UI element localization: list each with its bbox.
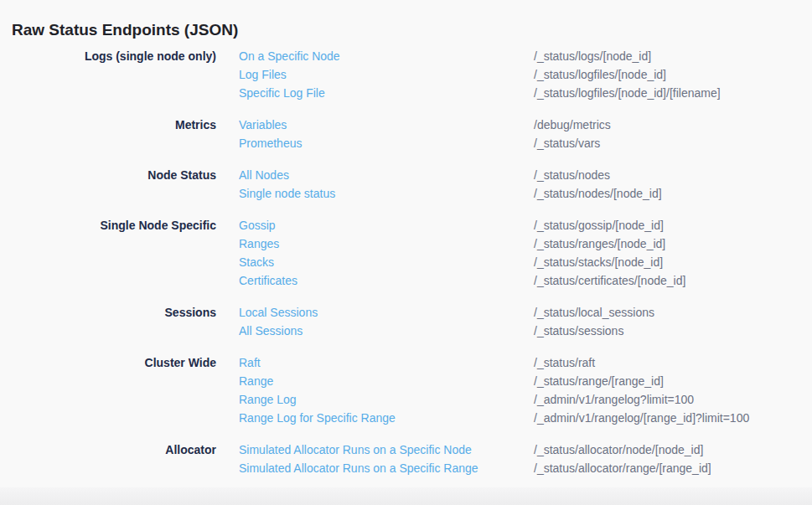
endpoint-row: All Sessions /_status/sessions [216,322,812,340]
endpoint-link[interactable]: Certificates [239,271,534,290]
footer-strip [0,487,812,505]
endpoint-row: Specific Log File /_status/logfiles/[nod… [216,84,812,102]
category-label: Cluster Wide [0,353,216,427]
endpoint-row: Prometheus /_status/vars [216,134,812,152]
endpoint-link[interactable]: Local Sessions [239,303,534,322]
endpoint-row: Range Log /_admin/v1/rangelog?limit=100 [216,390,812,409]
endpoint-path: /_status/logs/[node_id] [534,47,651,65]
category-label: Single Node Specific [0,216,216,290]
endpoint-row: Range Log for Specific Range /_admin/v1/… [216,409,812,427]
endpoint-path: /_status/raft [534,353,595,372]
endpoint-path: /_status/logfiles/[node_id] [534,65,666,84]
endpoint-path: /_status/logfiles/[node_id]/[filename] [534,84,721,102]
endpoint-path: /_admin/v1/rangelog?limit=100 [534,390,694,409]
endpoint-path: /_status/range/[range_id] [534,372,664,390]
endpoint-link[interactable]: All Sessions [239,322,534,340]
endpoint-group-cluster-wide: Cluster Wide Raft /_status/raft Range /_… [0,353,812,427]
endpoint-path: /_status/local_sessions [534,303,654,322]
endpoint-row: Range /_status/range/[range_id] [216,372,812,390]
endpoint-group-metrics: Metrics Variables /debug/metrics Prometh… [0,116,812,152]
endpoint-group-allocator: Allocator Simulated Allocator Runs on a … [0,441,812,477]
category-label: Sessions [0,303,216,340]
endpoint-path: /_status/gossip/[node_id] [534,216,664,234]
endpoint-group-single-node-specific: Single Node Specific Gossip /_status/gos… [0,216,812,290]
endpoint-row: Raft /_status/raft [216,353,812,372]
endpoint-link[interactable]: Gossip [239,216,534,234]
endpoint-link[interactable]: Range Log for Specific Range [239,409,534,427]
endpoint-link[interactable]: Stacks [239,253,534,271]
endpoint-link[interactable]: Simulated Allocator Runs on a Specific R… [239,459,534,477]
endpoint-row: Stacks /_status/stacks/[node_id] [216,253,812,271]
endpoint-row: Simulated Allocator Runs on a Specific N… [216,441,812,459]
endpoint-link[interactable]: Variables [239,116,534,134]
endpoint-link[interactable]: Prometheus [239,134,534,152]
endpoint-row: Certificates /_status/certificates/[node… [216,271,812,290]
endpoint-row: Variables /debug/metrics [216,116,812,134]
endpoint-link[interactable]: On a Specific Node [239,47,534,65]
endpoint-link[interactable]: Ranges [239,234,534,253]
endpoint-row: On a Specific Node /_status/logs/[node_i… [216,47,812,65]
endpoint-row: All Nodes /_status/nodes [216,166,812,184]
page-title: Raw Status Endpoints (JSON) [12,21,238,39]
category-label: Logs (single node only) [0,47,216,102]
endpoint-link[interactable]: Range [239,372,534,390]
endpoint-group-sessions: Sessions Local Sessions /_status/local_s… [0,303,812,340]
endpoint-link[interactable]: Single node status [239,184,534,203]
endpoint-row: Single node status /_status/nodes/[node_… [216,184,812,203]
endpoint-path: /_status/ranges/[node_id] [534,234,665,253]
endpoint-link[interactable]: Range Log [239,390,534,409]
endpoint-path: /_status/nodes/[node_id] [534,184,662,203]
endpoint-link[interactable]: All Nodes [239,166,534,184]
endpoints-list: Logs (single node only) On a Specific No… [0,47,812,491]
endpoint-path: /_status/sessions [534,322,623,340]
endpoint-path: /_admin/v1/rangelog/[range_id]?limit=100 [534,409,749,427]
endpoint-link[interactable]: Log Files [239,65,534,84]
category-label: Allocator [0,441,216,477]
endpoint-group-logs: Logs (single node only) On a Specific No… [0,47,812,102]
endpoint-path: /_status/stacks/[node_id] [534,253,663,271]
endpoint-row: Log Files /_status/logfiles/[node_id] [216,65,812,84]
endpoint-row: Gossip /_status/gossip/[node_id] [216,216,812,234]
endpoint-path: /_status/nodes [534,166,610,184]
endpoint-link[interactable]: Simulated Allocator Runs on a Specific N… [239,441,534,459]
category-label: Metrics [0,116,216,152]
debug-endpoints-page: { "page": { "title": "Raw Status Endpoin… [0,0,812,505]
endpoint-row: Local Sessions /_status/local_sessions [216,303,812,322]
endpoint-link[interactable]: Raft [239,353,534,372]
endpoint-path: /_status/certificates/[node_id] [534,271,685,290]
endpoint-row: Ranges /_status/ranges/[node_id] [216,234,812,253]
endpoint-link[interactable]: Specific Log File [239,84,534,102]
endpoint-path: /debug/metrics [534,116,611,134]
endpoint-row: Simulated Allocator Runs on a Specific R… [216,459,812,477]
endpoint-group-node-status: Node Status All Nodes /_status/nodes Sin… [0,166,812,203]
endpoint-path: /_status/allocator/range/[range_id] [534,459,711,477]
endpoint-path: /_status/vars [534,134,600,152]
category-label: Node Status [0,166,216,203]
endpoint-path: /_status/allocator/node/[node_id] [534,441,703,459]
